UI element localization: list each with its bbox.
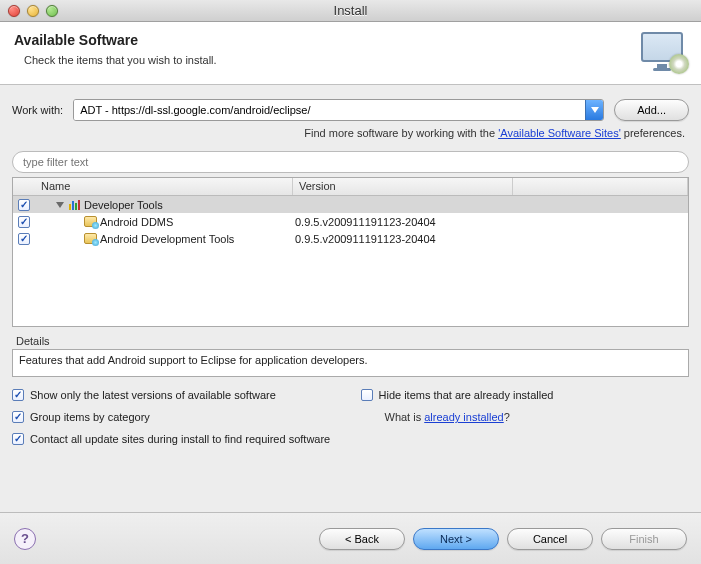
finish-button[interactable]: Finish: [601, 528, 687, 550]
latest-only-checkbox[interactable]: [12, 389, 24, 401]
latest-only-label: Show only the latest versions of availab…: [30, 389, 276, 401]
wizard-header: Available Software Check the items that …: [0, 22, 701, 85]
back-button[interactable]: < Back: [319, 528, 405, 550]
zoom-window-icon[interactable]: [46, 5, 58, 17]
next-button[interactable]: Next >: [413, 528, 499, 550]
opt-group-category[interactable]: Group items by category: [12, 411, 341, 423]
chevron-down-icon[interactable]: [585, 100, 603, 120]
page-subtitle: Check the items that you wish to install…: [24, 54, 217, 66]
disclosure-triangle-icon[interactable]: [56, 202, 64, 208]
item-version: 0.9.5.v200911191123-20404: [293, 216, 513, 228]
whatis-suffix: ?: [504, 411, 510, 423]
sites-hint-suffix: preferences.: [624, 127, 685, 139]
details-label: Details: [16, 335, 689, 347]
hide-installed-label: Hide items that are already installed: [379, 389, 554, 401]
group-checkbox[interactable]: [18, 199, 30, 211]
tree-group-row[interactable]: Developer Tools: [13, 196, 688, 213]
cancel-button[interactable]: Cancel: [507, 528, 593, 550]
tree-item-row[interactable]: Android Development Tools 0.9.5.v2009111…: [13, 230, 688, 247]
install-icon: [639, 32, 687, 72]
tree-header: Name Version: [13, 178, 688, 196]
contact-sites-label: Contact all update sites during install …: [30, 433, 330, 445]
item-checkbox[interactable]: [18, 216, 30, 228]
opt-contact-sites[interactable]: Contact all update sites during install …: [12, 433, 689, 445]
window-controls: [8, 5, 58, 17]
sites-hint: Find more software by working with the '…: [12, 127, 689, 139]
feature-icon: [84, 216, 97, 227]
add-button[interactable]: Add...: [614, 99, 689, 121]
wizard-footer: ? < Back Next > Cancel Finish: [0, 512, 701, 564]
whatis-prefix: What is: [385, 411, 425, 423]
opt-latest-only[interactable]: Show only the latest versions of availab…: [12, 389, 341, 401]
item-name: Android Development Tools: [100, 233, 234, 245]
filter-input[interactable]: [12, 151, 689, 173]
available-sites-link[interactable]: 'Available Software Sites': [498, 127, 621, 139]
work-with-input[interactable]: [74, 100, 585, 120]
work-with-label: Work with:: [12, 104, 63, 116]
column-name[interactable]: Name: [35, 178, 293, 195]
item-checkbox[interactable]: [18, 233, 30, 245]
help-icon[interactable]: ?: [14, 528, 36, 550]
item-name: Android DDMS: [100, 216, 173, 228]
minimize-window-icon[interactable]: [27, 5, 39, 17]
category-icon: [69, 200, 81, 210]
window-title: Install: [0, 3, 701, 18]
page-title: Available Software: [14, 32, 217, 48]
group-category-label: Group items by category: [30, 411, 150, 423]
group-label: Developer Tools: [84, 199, 163, 211]
hide-installed-checkbox[interactable]: [361, 389, 373, 401]
titlebar: Install: [0, 0, 701, 22]
details-text: Features that add Android support to Ecl…: [12, 349, 689, 377]
contact-sites-checkbox[interactable]: [12, 433, 24, 445]
item-version: 0.9.5.v200911191123-20404: [293, 233, 513, 245]
group-category-checkbox[interactable]: [12, 411, 24, 423]
close-window-icon[interactable]: [8, 5, 20, 17]
software-tree[interactable]: Name Version Developer Tools Android DDM…: [12, 177, 689, 327]
already-installed-link[interactable]: already installed: [424, 411, 504, 423]
opt-hide-installed[interactable]: Hide items that are already installed: [361, 389, 690, 401]
tree-item-row[interactable]: Android DDMS 0.9.5.v200911191123-20404: [13, 213, 688, 230]
column-version[interactable]: Version: [293, 178, 513, 195]
feature-icon: [84, 233, 97, 244]
work-with-combo[interactable]: [73, 99, 604, 121]
sites-hint-prefix: Find more software by working with the: [304, 127, 498, 139]
what-is-installed: What is already installed?: [361, 411, 690, 423]
